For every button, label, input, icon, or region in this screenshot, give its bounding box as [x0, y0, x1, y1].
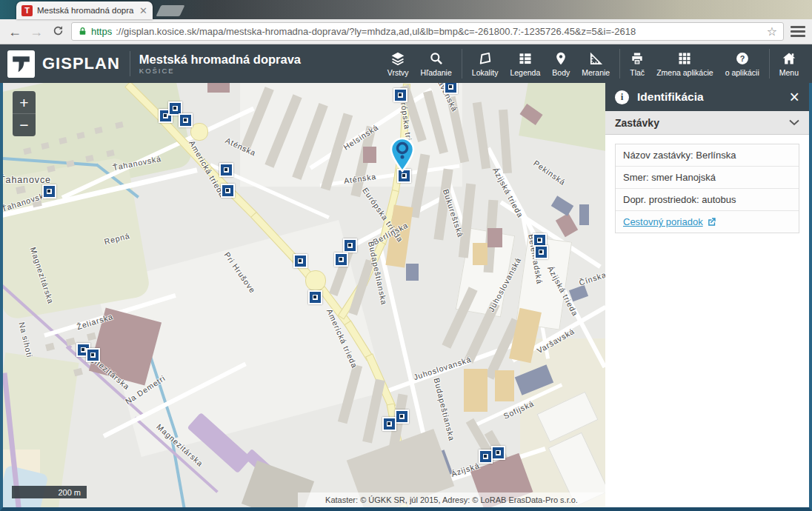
toolbar-menu[interactable]: Menu [773, 44, 805, 83]
marker-core [298, 258, 303, 264]
marker-core [183, 118, 188, 123]
marker-core [398, 93, 403, 98]
header-divider [130, 51, 130, 76]
toolbar-legenda[interactable]: Legenda [504, 44, 546, 83]
bus-stop-marker[interactable] [382, 417, 396, 431]
toolbar-label: Hľadanie [421, 68, 452, 77]
page-title: Mestská hromadná doprava [139, 53, 301, 67]
panel-title: Identifikácia [637, 90, 704, 104]
map-shape [499, 110, 512, 174]
marker-core [339, 257, 344, 262]
tab-close-icon[interactable]: ✕ [139, 6, 147, 16]
bus-stop-marker[interactable] [293, 254, 307, 268]
street-label: Pekinská [532, 158, 568, 187]
toolbar-meranie[interactable]: Meranie [576, 44, 616, 83]
panel-header: i Identifikácia × [605, 83, 809, 111]
browser-tab[interactable]: T Mestská hromadná dopra ✕ [16, 1, 153, 19]
back-button[interactable]: ← [7, 25, 23, 39]
map-shape [207, 83, 230, 93]
map-shape [73, 368, 83, 377]
marker-core [483, 454, 488, 459]
url-scheme: https [91, 26, 112, 37]
identification-panel: i Identifikácia × Zastávky Názov zastávk… [605, 83, 809, 507]
selected-stop-pin-icon[interactable] [389, 137, 416, 176]
toolbar-body[interactable]: Body [546, 44, 576, 83]
bus-stop-marker[interactable] [343, 238, 357, 253]
toolbar-label: Meranie [582, 68, 610, 77]
bus-stop-marker[interactable] [179, 113, 193, 127]
bookmark-star-icon[interactable]: ☆ [767, 26, 777, 38]
attribute-row: Názov zastávky: Berlínska [616, 144, 799, 167]
attributes-box: Názov zastávky: BerlínskaSmer: smer Hano… [615, 144, 799, 233]
marker-core [173, 106, 178, 111]
zoom-in-button[interactable]: + [13, 92, 36, 113]
bus-stop-marker[interactable] [491, 446, 505, 460]
ruler-icon [588, 51, 603, 66]
section-zastavky[interactable]: Zastávky [605, 111, 809, 135]
polygon-icon [478, 51, 493, 66]
bus-stop-marker[interactable] [393, 88, 407, 102]
timetable-link[interactable]: Cestovný poriadok [623, 216, 703, 227]
toolbar-label: Body [552, 68, 570, 77]
layers-icon [390, 51, 405, 66]
toolbar-hladanie[interactable]: Hľadanie [415, 44, 458, 83]
home-icon [782, 51, 796, 66]
bus-stop-marker[interactable] [479, 450, 493, 464]
bus-stop-marker[interactable] [308, 290, 322, 304]
bus-stop-marker[interactable] [42, 184, 56, 198]
browser-menu-icon[interactable] [791, 26, 805, 37]
bus-stop-marker[interactable] [219, 163, 233, 177]
bus-stop-marker[interactable] [86, 348, 100, 362]
svg-text:?: ? [739, 53, 745, 62]
toolbar-label: Legenda [510, 68, 540, 77]
map-canvas[interactable]: + − 200 m Kataster: © ÚGKK SR, júl 2015,… [3, 83, 605, 507]
refresh-button[interactable] [50, 24, 66, 39]
toolbar-vrstvy[interactable]: Vrstvy [382, 44, 415, 83]
bus-stop-marker[interactable] [444, 83, 458, 94]
browser-titlebar: T Mestská hromadná dopra ✕ [0, 0, 812, 19]
street-label: Čínska [578, 270, 605, 287]
toolbar-label: Lokality [472, 68, 499, 77]
new-tab-button[interactable] [156, 5, 185, 16]
zoom-out-button[interactable]: − [13, 113, 36, 136]
toolbar-zmena-aplikacie[interactable]: Zmena aplikácie [650, 44, 719, 83]
app-header: GISPLAN Mestská hromadná doprava KOŠICE … [0, 44, 812, 83]
search-icon [429, 51, 444, 66]
toolbar-label: Tlač [630, 68, 645, 77]
marker-core [90, 353, 96, 358]
map-shape [406, 264, 419, 281]
map-shape [487, 228, 502, 247]
bus-stop-marker[interactable] [334, 253, 348, 267]
toolbar-o-aplikacii[interactable]: ?o aplikácii [719, 44, 765, 83]
bus-stop-marker[interactable] [534, 245, 548, 259]
toolbar-label: Zmena aplikácie [656, 68, 713, 77]
browser-toolbar: ← → https://gisplan.kosice.sk/mapa/mests… [0, 19, 812, 44]
marker-core [387, 421, 392, 427]
map-shape [473, 102, 490, 170]
map-shape [473, 243, 487, 265]
map-shape [579, 204, 589, 225]
marker-core [537, 238, 542, 243]
zoom-control: + − [13, 91, 36, 136]
marker-core [496, 450, 501, 455]
map-shape [464, 369, 487, 412]
url-bar[interactable]: https://gisplan.kosice.sk/mapa/mestska-h… [71, 22, 784, 41]
marker-core [224, 167, 229, 173]
marker-core [399, 414, 405, 419]
scale-bar: 200 m [12, 486, 87, 498]
toolbar-lokality[interactable]: Lokality [466, 44, 505, 83]
brand-name: GISPLAN [42, 54, 120, 73]
map-pin-icon [553, 51, 568, 66]
toolbar-label: o aplikácii [725, 68, 759, 77]
panel-close-icon[interactable]: × [790, 89, 799, 106]
forward-button[interactable]: → [28, 25, 44, 39]
https-lock-icon [78, 27, 87, 36]
legend-icon [518, 51, 533, 66]
map-shape [551, 196, 574, 216]
external-link-icon [707, 217, 716, 227]
bus-stop-marker[interactable] [395, 410, 409, 424]
map-shape [190, 123, 208, 141]
bus-stop-marker[interactable] [221, 184, 235, 198]
app-grid-icon [677, 51, 692, 66]
toolbar-tlac[interactable]: Tlač [624, 44, 650, 83]
